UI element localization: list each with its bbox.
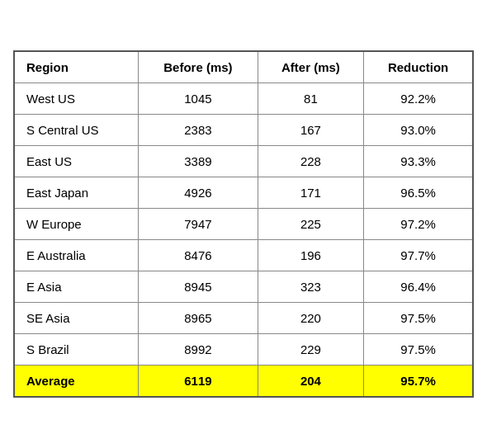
cell-after: 323 xyxy=(258,271,363,303)
cell-average-label: Average xyxy=(14,365,139,398)
cell-region: E Australia xyxy=(14,240,139,271)
cell-after: 229 xyxy=(258,334,363,365)
table-row: W Europe794722597.2% xyxy=(14,209,473,240)
header-row: Region Before (ms) After (ms) Reduction xyxy=(14,51,473,83)
cell-region: S Central US xyxy=(14,115,139,146)
cell-region: S Brazil xyxy=(14,334,139,365)
cell-after: 171 xyxy=(258,177,363,209)
cell-after: 81 xyxy=(258,83,363,115)
cell-after: 196 xyxy=(258,240,363,271)
cell-reduction: 96.4% xyxy=(364,271,473,303)
cell-before: 8992 xyxy=(139,334,258,365)
cell-reduction: 97.5% xyxy=(364,303,473,334)
cell-before: 8965 xyxy=(139,303,258,334)
cell-after: 228 xyxy=(258,146,363,177)
cell-reduction: 93.3% xyxy=(364,146,473,177)
table-container: Region Before (ms) After (ms) Reduction … xyxy=(0,37,487,411)
cell-reduction: 93.0% xyxy=(364,115,473,146)
cell-region: West US xyxy=(14,83,139,115)
cell-region: East US xyxy=(14,146,139,177)
performance-table: Region Before (ms) After (ms) Reduction … xyxy=(13,50,474,398)
average-row: Average611920495.7% xyxy=(14,365,473,398)
cell-before: 1045 xyxy=(139,83,258,115)
cell-region: E Asia xyxy=(14,271,139,303)
cell-after: 220 xyxy=(258,303,363,334)
table-row: West US10458192.2% xyxy=(14,83,473,115)
table-row: SE Asia896522097.5% xyxy=(14,303,473,334)
header-before: Before (ms) xyxy=(139,51,258,83)
cell-average-reduction: 95.7% xyxy=(364,365,473,398)
cell-average-before: 6119 xyxy=(139,365,258,398)
cell-before: 8945 xyxy=(139,271,258,303)
table-row: S Central US238316793.0% xyxy=(14,115,473,146)
cell-reduction: 92.2% xyxy=(364,83,473,115)
cell-before: 4926 xyxy=(139,177,258,209)
cell-reduction: 97.7% xyxy=(364,240,473,271)
cell-before: 3389 xyxy=(139,146,258,177)
cell-before: 7947 xyxy=(139,209,258,240)
cell-after: 225 xyxy=(258,209,363,240)
table-row: S Brazil899222997.5% xyxy=(14,334,473,365)
table-row: E Australia847619697.7% xyxy=(14,240,473,271)
cell-reduction: 97.2% xyxy=(364,209,473,240)
table-body: West US10458192.2%S Central US238316793.… xyxy=(14,83,473,398)
cell-before: 8476 xyxy=(139,240,258,271)
header-after: After (ms) xyxy=(258,51,363,83)
cell-after: 167 xyxy=(258,115,363,146)
cell-before: 2383 xyxy=(139,115,258,146)
cell-region: W Europe xyxy=(14,209,139,240)
cell-average-after: 204 xyxy=(258,365,363,398)
table-row: East US338922893.3% xyxy=(14,146,473,177)
table-row: E Asia894532396.4% xyxy=(14,271,473,303)
cell-region: East Japan xyxy=(14,177,139,209)
cell-reduction: 97.5% xyxy=(364,334,473,365)
cell-region: SE Asia xyxy=(14,303,139,334)
header-reduction: Reduction xyxy=(364,51,473,83)
cell-reduction: 96.5% xyxy=(364,177,473,209)
table-row: East Japan492617196.5% xyxy=(14,177,473,209)
header-region: Region xyxy=(14,51,139,83)
